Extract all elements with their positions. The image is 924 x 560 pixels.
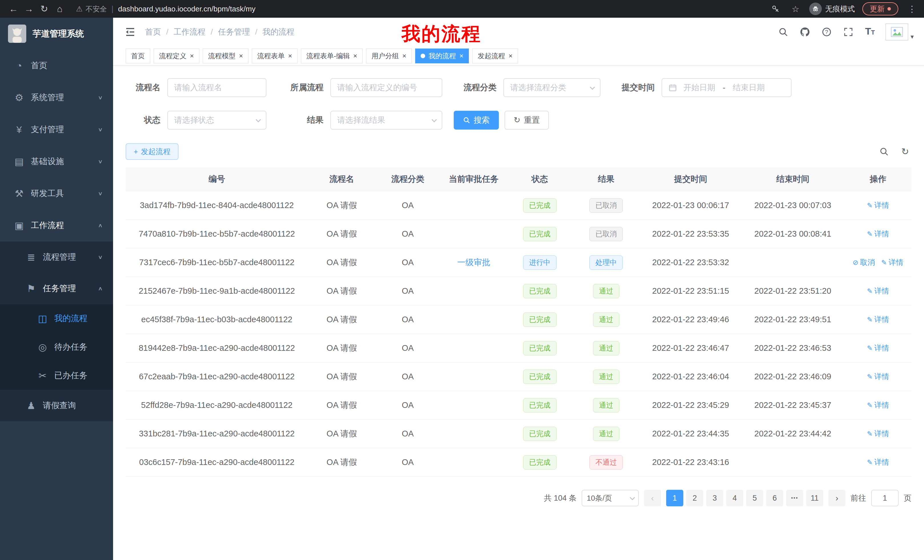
- browser-home-icon[interactable]: ⌂: [52, 2, 68, 16]
- refresh-icon: ↻: [514, 116, 520, 124]
- page-button[interactable]: 6: [766, 490, 783, 506]
- sidebar-fold-icon[interactable]: [123, 25, 137, 39]
- github-icon[interactable]: [799, 26, 811, 38]
- process-name-input[interactable]: 请输入流程名: [167, 78, 266, 97]
- close-icon[interactable]: ×: [288, 52, 292, 59]
- goto-page-input[interactable]: 1: [871, 490, 898, 506]
- cell-submit-time: 2022-01-22 23:46:04: [640, 372, 741, 381]
- detail-link[interactable]: ✎详情: [867, 457, 889, 467]
- next-page-button[interactable]: ›: [828, 490, 846, 506]
- sidebar-item-label: 研发工具: [31, 188, 64, 199]
- sidebar-item-home[interactable]: ◔ 首页: [0, 49, 113, 82]
- page-button[interactable]: 2: [686, 490, 703, 506]
- cancel-link[interactable]: ⊘取消: [853, 258, 875, 267]
- table-row: 2152467e-7b9b-11ec-9a1b-acde48001122 OA …: [126, 277, 911, 305]
- browser-menu-icon[interactable]: ⋮: [906, 3, 918, 15]
- status-select[interactable]: 请选择状态: [167, 111, 266, 130]
- tab-home[interactable]: 首页: [126, 48, 150, 63]
- user-avatar[interactable]: ▾: [885, 23, 914, 40]
- tab-process-form[interactable]: 流程表单 ×: [252, 48, 297, 63]
- sidebar-item-payment[interactable]: ¥ 支付管理 ∨: [0, 114, 113, 145]
- security-label: 不安全: [86, 4, 107, 14]
- detail-link[interactable]: ✎详情: [867, 314, 889, 325]
- prev-page-button[interactable]: ‹: [644, 490, 661, 506]
- close-icon[interactable]: ×: [353, 52, 357, 59]
- scissors-icon: ✂: [36, 370, 49, 381]
- sidebar-item-dev-tools[interactable]: ⚒ 研发工具 ∨: [0, 178, 113, 210]
- submit-time-label: 提交时间: [612, 82, 655, 93]
- browser-back-icon[interactable]: ←: [6, 2, 21, 16]
- close-icon[interactable]: ×: [459, 52, 464, 59]
- hide-search-icon[interactable]: [878, 145, 890, 158]
- detail-link[interactable]: ✎详情: [867, 429, 889, 439]
- refresh-table-icon[interactable]: ↻: [899, 145, 911, 158]
- detail-link[interactable]: ✎详情: [867, 229, 889, 239]
- table-toolbar: + 发起流程 ↻: [126, 143, 911, 160]
- bookmark-star-icon[interactable]: ☆: [789, 3, 802, 15]
- tab-process-model[interactable]: 流程模型 ×: [203, 48, 248, 63]
- close-icon[interactable]: ×: [239, 52, 243, 59]
- tab-process-definition[interactable]: 流程定义 ×: [154, 48, 199, 63]
- close-icon[interactable]: ×: [190, 52, 194, 59]
- sidebar-item-system[interactable]: ⚙ 系统管理 ∨: [0, 82, 113, 114]
- col-current-task: 当前审批任务: [440, 174, 508, 185]
- page-button[interactable]: 1: [666, 490, 683, 506]
- font-size-icon[interactable]: TT: [864, 26, 876, 38]
- sidebar-item-leave-query[interactable]: ♟ 请假查询: [0, 390, 113, 421]
- cell-submit-time: 2022-01-22 23:44:35: [640, 429, 741, 439]
- password-key-icon[interactable]: [769, 3, 782, 15]
- detail-link[interactable]: ✎详情: [867, 400, 889, 410]
- cell-submit-time: 2022-01-22 23:46:47: [640, 343, 741, 353]
- reset-button[interactable]: ↻ 重置: [504, 111, 549, 130]
- detail-link[interactable]: ✎详情: [867, 343, 889, 353]
- fullscreen-icon[interactable]: [842, 26, 855, 38]
- search-button[interactable]: 搜索: [454, 111, 499, 130]
- cell-id: 331bc281-7b9a-11ec-a290-acde48001122: [126, 429, 308, 439]
- tab-my-process[interactable]: 我的流程 ×: [415, 48, 469, 63]
- cell-process-name: OA 请假: [308, 343, 375, 354]
- result-select[interactable]: 请选择流结果: [330, 111, 442, 130]
- breadcrumb-item-home[interactable]: 首页: [145, 27, 161, 37]
- sidebar-item-process-mgmt[interactable]: ≣ 流程管理 ∨: [0, 241, 113, 273]
- sidebar-item-todo-task[interactable]: ◎ 待办任务: [0, 333, 113, 361]
- category-select[interactable]: 请选择流程分类: [503, 78, 600, 97]
- page-button[interactable]: 5: [746, 490, 763, 506]
- search-icon[interactable]: [777, 26, 789, 38]
- sidebar-item-done-task[interactable]: ✂ 已办任务: [0, 361, 113, 390]
- close-icon[interactable]: ×: [508, 52, 513, 59]
- help-icon[interactable]: ?: [820, 26, 833, 38]
- address-bar[interactable]: ⚠ 不安全 | dashboard.yudao.iocoder.cn/bpm/t…: [76, 4, 769, 14]
- detail-link[interactable]: ✎详情: [867, 371, 889, 382]
- page-button[interactable]: 11: [806, 490, 823, 506]
- browser-reload-icon[interactable]: ↻: [36, 2, 52, 16]
- page-size-select[interactable]: 10条/页: [582, 490, 639, 506]
- sidebar-item-task-mgmt[interactable]: ⚑ 任务管理 ∧: [0, 273, 113, 304]
- breadcrumb-item-task-mgmt[interactable]: 任务管理: [218, 27, 250, 37]
- close-icon[interactable]: ×: [402, 52, 406, 59]
- infrastructure-icon: ▤: [13, 156, 26, 167]
- url-text[interactable]: dashboard.yudao.iocoder.cn/bpm/task/my: [118, 4, 255, 13]
- tab-user-group[interactable]: 用户分组 ×: [366, 48, 412, 63]
- tab-process-form-edit[interactable]: 流程表单-编辑 ×: [301, 48, 363, 63]
- detail-link[interactable]: ✎详情: [867, 286, 889, 296]
- detail-link[interactable]: ✎详情: [867, 201, 889, 210]
- date-range-picker[interactable]: 开始日期 - 结束日期: [662, 78, 792, 97]
- table-row: 819442e8-7b9a-11ec-a290-acde48001122 OA …: [126, 334, 911, 362]
- sidebar-item-my-process[interactable]: ◫ 我的流程: [0, 304, 113, 333]
- result-badge: 处理中: [590, 256, 623, 270]
- detail-link[interactable]: ✎详情: [881, 258, 903, 267]
- app-logo[interactable]: 芋道管理系统: [0, 18, 113, 49]
- breadcrumb-item-workflow[interactable]: 工作流程: [174, 27, 206, 37]
- sidebar-item-workflow[interactable]: ▣ 工作流程 ∧: [0, 210, 113, 241]
- process-definition-input[interactable]: 请输入流程定义的编号: [330, 78, 442, 97]
- browser-forward-icon[interactable]: →: [21, 2, 36, 16]
- breadcrumb-separator: /: [211, 27, 213, 36]
- create-process-button[interactable]: + 发起流程: [126, 143, 178, 160]
- more-pages-button[interactable]: •••: [786, 490, 803, 506]
- page-button[interactable]: 3: [706, 490, 723, 506]
- page-button[interactable]: 4: [726, 490, 743, 506]
- tab-start-process[interactable]: 发起流程 ×: [472, 48, 518, 63]
- browser-update-button[interactable]: 更新: [862, 2, 898, 15]
- sidebar-item-infrastructure[interactable]: ▤ 基础设施 ∨: [0, 145, 113, 178]
- current-task-link[interactable]: 一级审批: [457, 258, 490, 267]
